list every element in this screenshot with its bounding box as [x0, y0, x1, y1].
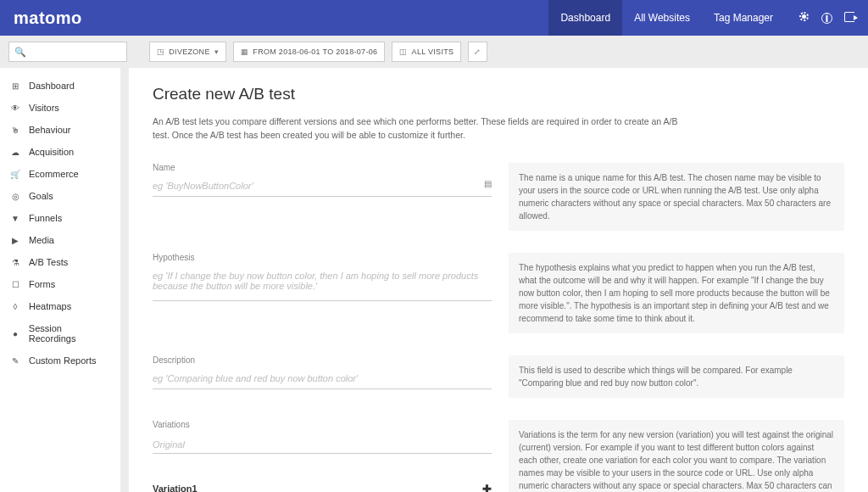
sidebar-item-label: Heatmaps	[29, 301, 71, 311]
sidebar-item-acquisition[interactable]: ☁Acquisition	[0, 141, 120, 163]
expand-button[interactable]: ⤢	[468, 42, 487, 62]
signout-icon[interactable]	[844, 11, 854, 25]
recordings-icon: ●	[10, 329, 20, 338]
goals-icon: ◎	[10, 192, 20, 201]
calendar-icon: ▦	[241, 48, 248, 56]
sidebar-item-label: Custom Reports	[29, 355, 96, 366]
sidebar-item-label: Funnels	[29, 213, 62, 223]
sidebar-item-label: Acquisition	[29, 147, 74, 157]
dashboard-icon: ⊞	[10, 81, 20, 91]
sidebar-item-forms[interactable]: ☐Forms	[0, 273, 120, 295]
media-icon: ▶	[10, 236, 20, 245]
site-selector[interactable]: ◳ DIVEZONE ▾	[149, 42, 226, 62]
field-hypothesis-row: Hypothesis The hypothesis explains what …	[153, 253, 844, 333]
expand-icon: ⤢	[474, 48, 481, 56]
info-icon[interactable]: i	[821, 11, 832, 25]
field-name-row: Name ▤ The name is a unique name for thi…	[153, 163, 844, 231]
hypothesis-help: The hypothesis explains what you predict…	[509, 253, 844, 333]
description-help: This field is used to describe which thi…	[509, 355, 844, 398]
hypothesis-label: Hypothesis	[153, 253, 492, 262]
sidebar-item-label: Goals	[29, 191, 53, 201]
page-intro: An A/B test lets you compare different v…	[153, 115, 695, 143]
heatmaps-icon: ◊	[10, 302, 20, 311]
variation-original: Original	[153, 434, 492, 454]
segment-icon: ◫	[399, 48, 407, 56]
control-bar: 🔍 ◳ DIVEZONE ▾ ▦ FROM 2018-06-01 TO 2018…	[0, 36, 868, 68]
sidebar-item-label: Behaviour	[29, 125, 71, 135]
sidebar-item-abtests[interactable]: ⚗A/B Tests	[0, 251, 120, 273]
gear-icon[interactable]	[798, 11, 810, 25]
name-label: Name	[153, 163, 492, 172]
brand-logo: matomo	[0, 8, 82, 28]
sidebar-item-goals[interactable]: ◎Goals	[0, 185, 120, 207]
sidebar-item-label: Forms	[29, 279, 55, 289]
variation-1-label: Variation1	[153, 484, 198, 492]
segment-selector[interactable]: ◫ ALL VISITS	[392, 42, 461, 62]
search-icon: 🔍	[14, 47, 26, 58]
chevron-down-icon: ▾	[214, 48, 219, 56]
description-input[interactable]	[153, 370, 492, 389]
variations-label: Variations	[153, 420, 492, 429]
clipboard-icon[interactable]: ▤	[484, 179, 492, 188]
main-panel: Create new A/B test An A/B test lets you…	[129, 68, 868, 492]
globe-icon: ◳	[157, 48, 164, 56]
sidebar-item-media[interactable]: ▶Media	[0, 229, 120, 251]
date-range-label: FROM 2018-06-01 TO 2018-07-06	[253, 48, 377, 56]
top-icons: i	[785, 11, 868, 25]
description-label: Description	[153, 355, 492, 365]
variation-1: Variation1 ✚	[153, 478, 492, 493]
sidebar: ⊞Dashboard 👁Visitors 🖱Behaviour ☁Acquisi…	[0, 68, 120, 492]
date-range-selector[interactable]: ▦ FROM 2018-06-01 TO 2018-07-06	[233, 42, 385, 62]
sidebar-item-ecommerce[interactable]: 🛒Ecommerce	[0, 163, 120, 185]
acquisition-icon: ☁	[10, 148, 20, 157]
field-variations-row: Variations Original Variation1 ✚ Variati…	[153, 420, 844, 493]
sidebar-item-label: Visitors	[29, 103, 59, 113]
ecommerce-icon: 🛒	[10, 170, 20, 179]
sidebar-item-heatmaps[interactable]: ◊Heatmaps	[0, 295, 120, 317]
forms-icon: ☐	[10, 280, 20, 289]
name-help: The name is a unique name for this A/B t…	[509, 163, 844, 231]
sidebar-item-label: A/B Tests	[29, 257, 68, 267]
sidebar-item-session-recordings[interactable]: ●Session Recordings	[0, 317, 120, 349]
variations-help: Variations is the term for any new versi…	[509, 420, 844, 493]
variation-original-label: Original	[153, 439, 185, 450]
name-input[interactable]	[153, 177, 492, 197]
search-input[interactable]: 🔍	[8, 42, 127, 62]
top-bar: matomo Dashboard All Websites Tag Manage…	[0, 0, 868, 36]
add-variation-icon[interactable]: ✚	[482, 483, 492, 493]
page-title: Create new A/B test	[153, 85, 844, 103]
ab-tests-icon: ⚗	[10, 258, 20, 267]
hypothesis-input[interactable]	[153, 267, 492, 301]
segment-label: ALL VISITS	[412, 48, 454, 56]
nav-dashboard[interactable]: Dashboard	[548, 0, 622, 36]
reports-icon: ✎	[10, 356, 20, 366]
sidebar-item-funnels[interactable]: ▼Funnels	[0, 207, 120, 229]
sidebar-item-visitors[interactable]: 👁Visitors	[0, 97, 120, 119]
sidebar-item-custom-reports[interactable]: ✎Custom Reports	[0, 349, 120, 372]
funnels-icon: ▼	[10, 214, 20, 223]
sidebar-item-label: Session Recordings	[29, 323, 110, 344]
sidebar-item-label: Dashboard	[29, 81, 75, 91]
site-selector-label: DIVEZONE	[169, 48, 209, 56]
behaviour-icon: 🖱	[10, 126, 20, 135]
top-nav: Dashboard All Websites Tag Manager	[548, 0, 785, 36]
sidebar-item-label: Media	[29, 235, 54, 245]
sidebar-item-dashboard[interactable]: ⊞Dashboard	[0, 75, 120, 97]
nav-tag-manager[interactable]: Tag Manager	[702, 0, 785, 36]
sidebar-item-label: Ecommerce	[29, 169, 79, 179]
nav-all-websites[interactable]: All Websites	[622, 0, 702, 36]
sidebar-item-behaviour[interactable]: 🖱Behaviour	[0, 119, 120, 141]
visitors-icon: 👁	[10, 103, 20, 113]
field-description-row: Description This field is used to descri…	[153, 355, 844, 398]
